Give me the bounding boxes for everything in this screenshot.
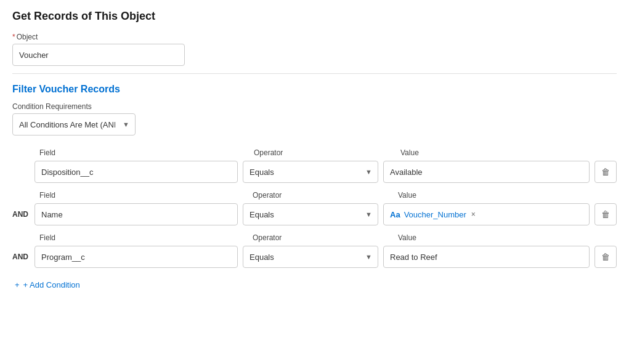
- value-input-3[interactable]: [383, 246, 590, 268]
- field-col-header-2: Field: [39, 191, 55, 200]
- value-col-1: [383, 161, 590, 183]
- trash-icon-3: 🗑: [601, 252, 610, 262]
- operator-select-3[interactable]: Equals: [243, 246, 378, 268]
- delete-button-2[interactable]: 🗑: [595, 203, 617, 225]
- conditions-table: Field Operator Value Equals ▼ 🗑 Field Op…: [12, 148, 617, 294]
- operator-select-wrapper-2: Equals ▼: [243, 203, 378, 225]
- field-col-header: Field: [39, 148, 55, 157]
- operator-select-wrapper-3: Equals ▼: [243, 246, 378, 268]
- page-title: Get Records of This Object: [12, 10, 617, 23]
- condition-requirements-label: Condition Requirements: [12, 102, 617, 111]
- operator-col-header-2: Operator: [253, 191, 282, 200]
- add-condition-label: + Add Condition: [23, 280, 80, 289]
- value-input-1[interactable]: [383, 161, 590, 183]
- pill-value-text: Voucher_Number: [404, 210, 466, 219]
- pill-close-icon[interactable]: ×: [471, 210, 476, 219]
- plus-icon: +: [15, 280, 20, 289]
- and-label-3: AND: [12, 253, 34, 261]
- trash-icon-2: 🗑: [601, 209, 610, 219]
- object-field-group: *Object: [12, 33, 617, 66]
- section-divider: [12, 73, 617, 74]
- value-col-header-3: Value: [398, 233, 416, 242]
- field-input-2[interactable]: [34, 203, 238, 225]
- operator-select-1[interactable]: Equals: [243, 161, 378, 183]
- condition-header-row-3: Field Operator Value: [12, 233, 617, 242]
- operator-col-header: Operator: [254, 148, 283, 157]
- condition-requirements-select[interactable]: All Conditions Are Met (AND): [12, 113, 136, 135]
- field-type-icon: Aa: [390, 210, 400, 219]
- value-col-header: Value: [400, 148, 419, 157]
- delete-button-3[interactable]: 🗑: [595, 246, 617, 268]
- field-input-3[interactable]: [34, 246, 238, 268]
- condition-row: Equals ▼ 🗑: [12, 161, 617, 183]
- condition-row-3: AND Equals ▼ 🗑: [12, 246, 617, 268]
- condition-header-row: Field Operator Value: [12, 148, 617, 157]
- value-col-3: [383, 246, 590, 268]
- and-label-2: AND: [12, 210, 34, 219]
- condition-requirements-select-wrapper: All Conditions Are Met (AND) ▼: [12, 113, 136, 135]
- field-input-1[interactable]: [34, 161, 238, 183]
- operator-select-wrapper-1: Equals ▼: [243, 161, 378, 183]
- object-input[interactable]: [12, 44, 185, 66]
- value-col-2: Aa Voucher_Number ×: [383, 203, 590, 225]
- add-condition-button[interactable]: + + Add Condition: [12, 275, 83, 294]
- condition-header-row-2: Field Operator Value: [12, 190, 617, 200]
- operator-col-header-3: Operator: [253, 233, 282, 242]
- operator-select-2[interactable]: Equals: [243, 203, 378, 225]
- delete-button-1[interactable]: 🗑: [595, 161, 617, 183]
- condition-requirements-group: Condition Requirements All Conditions Ar…: [12, 102, 617, 135]
- condition-row-2: AND Equals ▼ Aa Voucher_Number × 🗑: [12, 203, 617, 225]
- required-star: *: [12, 33, 15, 41]
- trash-icon: 🗑: [601, 167, 610, 177]
- pill-container-2: Aa Voucher_Number ×: [383, 203, 590, 225]
- filter-title: Filter Voucher Records: [12, 84, 617, 95]
- value-col-header-2: Value: [398, 191, 416, 200]
- field-col-header-3: Field: [39, 233, 55, 242]
- object-label: *Object: [12, 33, 617, 41]
